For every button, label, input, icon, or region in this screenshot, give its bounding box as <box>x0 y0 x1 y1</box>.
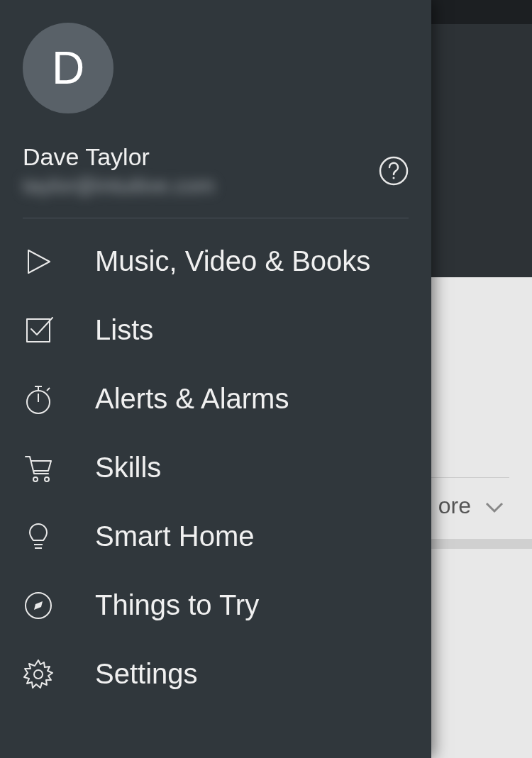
svg-marker-13 <box>34 601 43 610</box>
help-icon[interactable] <box>379 156 409 186</box>
compass-icon <box>23 590 54 621</box>
svg-marker-2 <box>28 250 50 273</box>
menu-label: Alerts & Alarms <box>95 383 289 415</box>
menu-item-skills[interactable]: Skills <box>23 433 409 502</box>
svg-point-0 <box>380 157 407 184</box>
menu-label: Lists <box>95 314 153 346</box>
menu-item-things-to-try[interactable]: Things to Try <box>23 571 409 640</box>
profile-name: Dave Taylor <box>23 143 215 171</box>
navigation-drawer: D Dave Taylor taylor@intuitive.com Music… <box>0 0 431 758</box>
menu-item-smart-home[interactable]: Smart Home <box>23 502 409 571</box>
svg-point-14 <box>34 670 43 679</box>
bg-more-label: ore <box>438 493 471 519</box>
menu-label: Skills <box>95 452 161 484</box>
chevron-down-icon <box>485 493 504 519</box>
profile-info-row: Dave Taylor taylor@intuitive.com <box>23 143 409 198</box>
menu-label: Smart Home <box>95 520 255 552</box>
bg-divider-line <box>431 477 509 478</box>
stopwatch-icon <box>23 384 54 415</box>
menu-label: Things to Try <box>95 589 259 621</box>
check-icon <box>23 315 54 346</box>
menu-item-music-video-books[interactable]: Music, Video & Books <box>23 227 409 296</box>
play-icon <box>23 246 54 277</box>
profile-text: Dave Taylor taylor@intuitive.com <box>23 143 215 198</box>
menu-label: Music, Video & Books <box>95 245 370 277</box>
menu-item-settings[interactable]: Settings <box>23 640 409 708</box>
profile-section[interactable]: D Dave Taylor taylor@intuitive.com <box>23 23 409 218</box>
profile-email: taylor@intuitive.com <box>23 174 215 198</box>
svg-point-8 <box>33 477 38 481</box>
svg-line-7 <box>47 388 50 391</box>
svg-point-1 <box>393 177 395 179</box>
gear-icon <box>23 659 54 690</box>
bg-section-divider <box>431 539 532 549</box>
avatar-initial: D <box>52 42 84 94</box>
menu-item-lists[interactable]: Lists <box>23 296 409 364</box>
menu-label: Settings <box>95 658 198 690</box>
bulb-icon <box>23 521 54 552</box>
cart-icon <box>23 452 54 484</box>
menu-item-alerts-alarms[interactable]: Alerts & Alarms <box>23 364 409 433</box>
avatar: D <box>23 23 113 113</box>
svg-point-9 <box>45 477 49 481</box>
bg-more-row[interactable]: ore <box>431 493 504 519</box>
menu-list: Music, Video & Books Lists <box>23 227 409 708</box>
